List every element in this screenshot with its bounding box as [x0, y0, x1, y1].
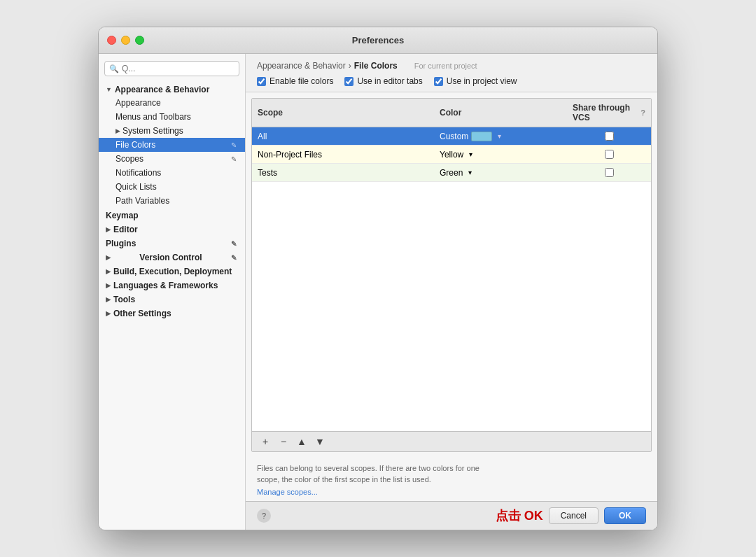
sidebar-item-scopes[interactable]: Scopes ✎: [99, 152, 245, 166]
manage-scopes-link[interactable]: Manage scopes...: [257, 488, 318, 496]
share-checkbox[interactable]: [605, 150, 614, 159]
other-label: Other Settings: [113, 309, 172, 318]
vc-label: Version Control: [139, 253, 202, 262]
help-button[interactable]: ?: [257, 509, 271, 523]
use-in-project-view-label[interactable]: Use in project view: [434, 76, 517, 86]
scope-column-header: Scope: [252, 101, 434, 124]
sidebar-item-quick-lists[interactable]: Quick Lists: [99, 180, 245, 194]
color-dropdown[interactable]: Green ▾: [440, 168, 561, 178]
footer-description: Files can belong to several scopes. If t…: [257, 463, 646, 485]
color-dropdown[interactable]: Custom ▾: [440, 132, 561, 141]
sidebar-item-notifications[interactable]: Notifications: [99, 166, 245, 180]
search-icon: 🔍: [109, 64, 119, 73]
share-help-icon[interactable]: ?: [640, 108, 645, 117]
move-down-button[interactable]: ▼: [312, 435, 328, 449]
main-content: Appearance & Behavior › File Colors For …: [246, 54, 657, 530]
maximize-button[interactable]: [135, 36, 144, 45]
ok-button[interactable]: OK: [604, 507, 646, 524]
vc-edit-icon: ✎: [231, 254, 237, 262]
close-button[interactable]: [107, 36, 116, 45]
footer-area: Files can belong to several scopes. If t…: [246, 458, 657, 501]
search-box[interactable]: 🔍: [104, 61, 239, 76]
search-input[interactable]: [122, 64, 234, 73]
sidebar-item-version-control[interactable]: ▶ Version Control ✎: [99, 250, 245, 264]
color-dropdown[interactable]: Yellow ▾: [440, 150, 561, 160]
color-column-header: Color: [434, 101, 567, 124]
sidebar-item-menus-toolbars[interactable]: Menus and Toolbars: [99, 110, 245, 124]
remove-button[interactable]: −: [276, 435, 291, 449]
breadcrumb: Appearance & Behavior › File Colors For …: [257, 61, 646, 71]
share-checkbox[interactable]: [605, 132, 614, 141]
sidebar-item-appearance[interactable]: Appearance: [99, 96, 245, 110]
file-colors-table: Scope Color Share through VCS ?: [251, 98, 652, 452]
tools-label: Tools: [113, 295, 135, 304]
sidebar-item-system-settings[interactable]: ▶ System Settings: [99, 124, 245, 138]
tools-arrow-icon: ▶: [106, 296, 111, 303]
checkboxes-row: Enable file colors Use in editor tabs Us…: [257, 76, 646, 86]
enable-file-colors-checkbox[interactable]: [257, 77, 266, 86]
scope-cell: Non-Project Files: [252, 148, 434, 162]
sidebar-item-keymap[interactable]: Keymap: [99, 208, 245, 222]
click-ok-hint: 点击 OK: [496, 507, 543, 524]
sidebar-item-plugins[interactable]: Plugins ✎: [99, 236, 245, 250]
table-row[interactable]: All Custom ▾: [252, 127, 651, 146]
editor-arrow-icon: ▶: [106, 226, 111, 233]
bottom-bar: ? 点击 OK Cancel OK: [246, 501, 657, 530]
move-up-button[interactable]: ▲: [294, 435, 309, 449]
keymap-label: Keymap: [106, 211, 139, 220]
enable-file-colors-label[interactable]: Enable file colors: [257, 76, 333, 86]
sidebar-item-other-settings[interactable]: ▶ Other Settings: [99, 306, 245, 320]
scope-cell: Tests: [252, 166, 434, 180]
edit-icon: ✎: [231, 155, 237, 163]
lang-arrow-icon: ▶: [106, 282, 111, 289]
use-in-editor-tabs-checkbox[interactable]: [344, 77, 354, 86]
sidebar-item-build[interactable]: ▶ Build, Execution, Deployment: [99, 264, 245, 278]
sidebar-item-file-colors[interactable]: File Colors ✎: [99, 138, 245, 152]
collapse-arrow-icon: ▼: [106, 86, 112, 93]
table-row[interactable]: Non-Project Files Yellow ▾: [252, 146, 651, 164]
table-body: All Custom ▾: [252, 127, 651, 431]
minimize-button[interactable]: [121, 36, 130, 45]
plugins-label: Plugins: [106, 239, 136, 248]
share-column-header: Share through VCS ?: [567, 101, 651, 124]
table-row[interactable]: Tests Green ▾: [252, 164, 651, 182]
share-cell[interactable]: [567, 166, 651, 179]
lang-label: Languages & Frameworks: [113, 281, 218, 290]
other-arrow-icon: ▶: [106, 310, 111, 317]
for-current-project: For current project: [414, 62, 477, 70]
cancel-button[interactable]: Cancel: [549, 507, 598, 524]
build-label: Build, Execution, Deployment: [113, 267, 232, 276]
scope-cell: All: [252, 129, 434, 143]
window-controls: [107, 36, 144, 45]
build-arrow-icon: ▶: [106, 268, 111, 275]
sidebar-item-path-variables[interactable]: Path Variables: [99, 194, 245, 208]
sidebar: 🔍 ▼ Appearance & Behavior Appearance Men…: [99, 54, 246, 530]
vc-arrow-icon: ▶: [106, 254, 111, 261]
color-cell[interactable]: Custom ▾: [434, 129, 567, 143]
sidebar-section-appearance-behavior[interactable]: ▼ Appearance & Behavior: [99, 82, 245, 96]
sidebar-item-editor[interactable]: ▶ Editor: [99, 222, 245, 236]
system-settings-arrow-icon: ▶: [115, 127, 120, 134]
titlebar: Preferences: [99, 27, 657, 54]
main-header: Appearance & Behavior › File Colors For …: [246, 54, 657, 92]
color-cell[interactable]: Yellow ▾: [434, 148, 567, 162]
sidebar-item-tools[interactable]: ▶ Tools: [99, 292, 245, 306]
window-title: Preferences: [352, 35, 404, 45]
breadcrumb-current: File Colors: [354, 61, 398, 71]
plugins-edit-icon: ✎: [231, 240, 237, 248]
share-cell[interactable]: [567, 129, 651, 143]
breadcrumb-arrow-icon: ›: [349, 61, 351, 71]
edit-icon: ✎: [231, 141, 237, 149]
dropdown-arrow-icon: ▾: [468, 169, 472, 176]
sidebar-section-label: Appearance & Behavior: [115, 85, 209, 94]
share-cell[interactable]: [567, 148, 651, 161]
dropdown-arrow-icon: ▾: [498, 132, 501, 140]
editor-label: Editor: [113, 225, 138, 234]
use-in-editor-tabs-label[interactable]: Use in editor tabs: [344, 76, 422, 86]
use-in-project-view-checkbox[interactable]: [434, 77, 443, 86]
color-cell[interactable]: Green ▾: [434, 166, 567, 180]
add-button[interactable]: +: [258, 435, 273, 449]
color-swatch: [471, 132, 492, 141]
sidebar-item-languages[interactable]: ▶ Languages & Frameworks: [99, 278, 245, 292]
share-checkbox[interactable]: [605, 168, 614, 177]
